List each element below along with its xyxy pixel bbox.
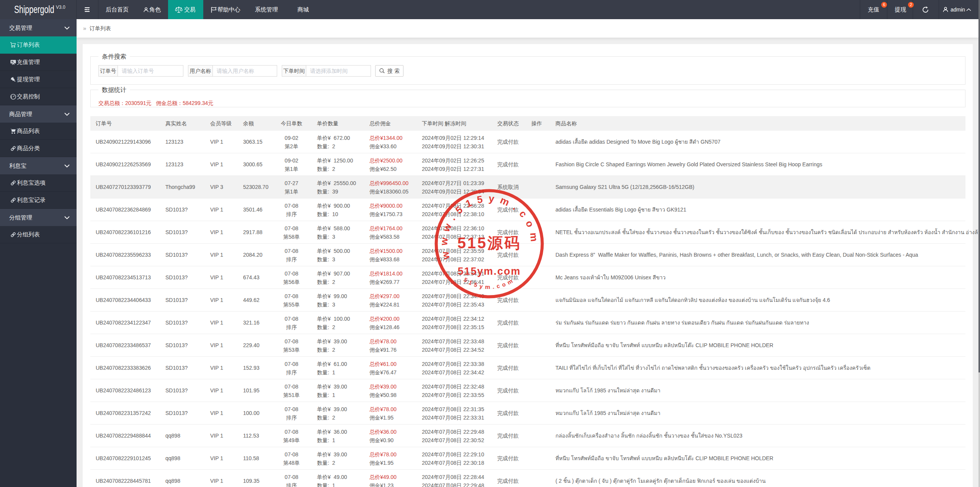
svg-text:515ym.com: 515ym.com: [462, 276, 516, 290]
svg-text:515源码: 515源码: [457, 234, 521, 251]
svg-text:515ym.com: 515ym.com: [457, 266, 521, 277]
